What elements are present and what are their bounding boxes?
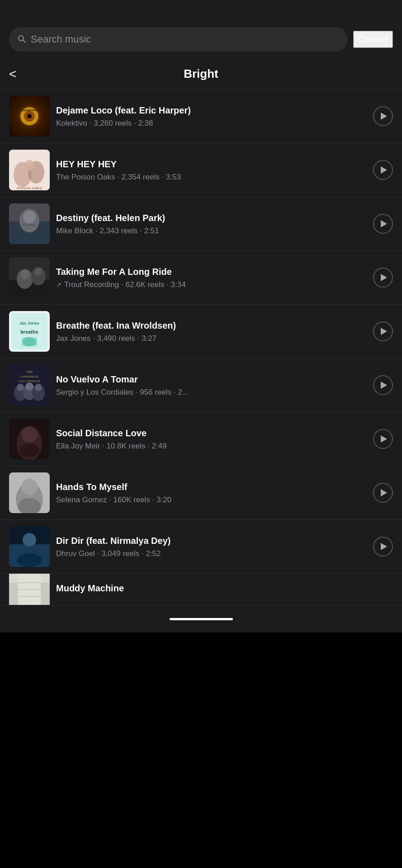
play-button[interactable] [373,429,393,449]
track-meta: Selena Gomez · 160K reels · 3:20 [56,495,367,505]
track-info: Breathe (feat. Ina Wroldsen) Jax Jones ·… [56,320,367,343]
track-meta: Mike Block · 2,343 reels · 2:51 [56,226,367,236]
track-title: Social Distance Love [56,427,367,439]
track-thumbnail [9,419,50,459]
play-icon [381,489,387,496]
track-info: No Vuelvo A Tomar Sergio y Los Cordiales… [56,373,367,397]
track-thumbnail [9,257,50,298]
track-item[interactable]: Muddy Machine [0,574,402,605]
track-info: Destiny (feat. Helen Park) Mike Block · … [56,212,367,236]
svg-text:Jax Jones: Jax Jones [19,321,39,326]
svg-text:CARDENALES: CARDENALES [20,375,39,378]
svg-point-21 [34,268,43,276]
svg-point-9 [24,160,35,171]
track-info: Dir Dir (feat. Nirmalya Dey) Dhruv Goel … [56,535,367,558]
svg-point-40 [21,426,38,443]
track-artist: Kolektivo · 3,260 reels · 2:38 [56,119,153,128]
track-title: Breathe (feat. Ina Wroldsen) [56,320,367,331]
svg-point-49 [23,533,36,547]
track-artist: Dhruv Goel · 3,049 reels · 2:52 [56,549,161,558]
play-button[interactable] [373,321,393,341]
track-meta: Kolektivo · 3,260 reels · 2:38 [56,119,367,128]
track-list: KOLEKTIVO Dejame Loco (feat. Eric Harper… [0,90,402,605]
track-thumbnail: KOLEKTIVO [9,96,50,137]
play-button[interactable] [373,537,393,557]
track-item[interactable]: Destiny (feat. Helen Park) Mike Block · … [0,197,402,251]
track-title: Destiny (feat. Helen Park) [56,212,367,224]
search-placeholder: Search music [31,33,91,45]
track-info: Hands To Myself Selena Gomez · 160K reel… [56,481,367,505]
svg-text:KOLEKTIVO: KOLEKTIVO [21,109,37,112]
track-meta: Ella Joy Meir · 10.8K reels · 2:49 [56,442,367,451]
track-info: Muddy Machine [56,582,393,597]
track-item[interactable]: Dir Dir (feat. Nirmalya Dey) Dhruv Goel … [0,520,402,574]
svg-point-37 [35,384,42,391]
play-icon [381,166,387,174]
track-title: Hands To Myself [56,481,367,493]
track-meta: Dhruv Goel · 3,049 reels · 2:52 [56,549,367,558]
track-artist: Mike Block · 2,343 reels · 2:51 [56,226,159,236]
track-meta: The Poison Oaks · 2,354 reels · 3:53 [56,173,367,182]
track-title: No Vuelvo A Tomar [56,373,367,385]
track-artist: Jax Jones · 3,490 reels · 3:27 [56,334,156,343]
track-title: Dir Dir (feat. Nirmalya Dey) [56,535,367,547]
track-item[interactable]: KOLEKTIVO Dejame Loco (feat. Eric Harper… [0,90,402,143]
play-button[interactable] [373,106,393,126]
track-item[interactable]: Social Distance Love Ella Joy Meir · 10.… [0,412,402,466]
svg-point-14 [23,211,36,223]
svg-point-41 [19,443,39,457]
play-icon [381,435,387,443]
svg-point-4 [27,114,32,118]
track-title: Muddy Machine [56,582,393,594]
track-thumbnail: Jax Jones breathe [9,311,50,352]
track-item[interactable]: POISON OAKS HEY HEY HEY The Poison Oaks … [0,143,402,197]
bottom-bar [0,605,402,632]
track-meta: ↗ Trout Recording · 62.6K reels · 3:34 [56,280,367,289]
track-info: Dejame Loco (feat. Eric Harper) Kolektiv… [56,104,367,128]
track-item[interactable]: LOS CARDENALES LOS CORDIALES No Vuelvo A… [0,359,402,412]
svg-text:POISON OAKS: POISON OAKS [17,186,42,190]
track-thumbnail: LOS CARDENALES LOS CORDIALES [9,365,50,406]
trending-icon: ↗ [56,281,61,288]
search-icon [17,34,26,45]
track-meta: Sergio y Los Cordiales · 956 reels · 2..… [56,388,367,397]
search-box[interactable]: Search music [9,27,348,52]
track-item[interactable]: Hands To Myself Selena Gomez · 160K reel… [0,466,402,520]
play-button[interactable] [373,483,393,503]
play-icon [381,328,387,335]
track-artist: Trout Recording · 62.6K reels · 3:34 [64,280,186,289]
play-button[interactable] [373,268,393,288]
track-thumbnail: POISON OAKS [9,150,50,190]
svg-text:breathe: breathe [20,329,38,335]
home-indicator [170,618,233,620]
play-icon [381,220,387,227]
svg-point-35 [17,384,24,391]
svg-text:LOS CORDIALES: LOS CORDIALES [19,380,40,382]
svg-text:LOS: LOS [26,370,33,373]
track-item[interactable]: Jax Jones breathe Breathe (feat. Ina Wro… [0,305,402,359]
top-bar: Search music Cancel [0,0,402,59]
track-info: Taking Me For A Long Ride ↗ Trout Record… [56,266,367,289]
back-button[interactable]: < [9,67,16,81]
track-item[interactable]: Taking Me For A Long Ride ↗ Trout Record… [0,251,402,305]
play-button[interactable] [373,375,393,395]
play-button[interactable] [373,214,393,234]
track-info: Social Distance Love Ella Joy Meir · 10.… [56,427,367,451]
svg-point-44 [21,479,38,495]
play-icon [381,543,387,550]
play-icon [381,382,387,389]
cancel-button[interactable]: Cancel [353,31,393,48]
track-title: Dejame Loco (feat. Eric Harper) [56,104,367,116]
svg-rect-27 [22,337,37,346]
track-title: Taking Me For A Long Ride [56,266,367,278]
svg-point-50 [17,553,42,567]
play-icon [381,274,387,281]
track-thumbnail [9,472,50,513]
track-artist: The Poison Oaks · 2,354 reels · 3:53 [56,173,181,182]
track-thumbnail [9,203,50,244]
svg-line-1 [23,40,26,42]
track-artist: Sergio y Los Cordiales · 956 reels · 2..… [56,388,189,397]
track-title: HEY HEY HEY [56,158,367,170]
play-button[interactable] [373,160,393,180]
section-header: < Bright [0,59,402,89]
